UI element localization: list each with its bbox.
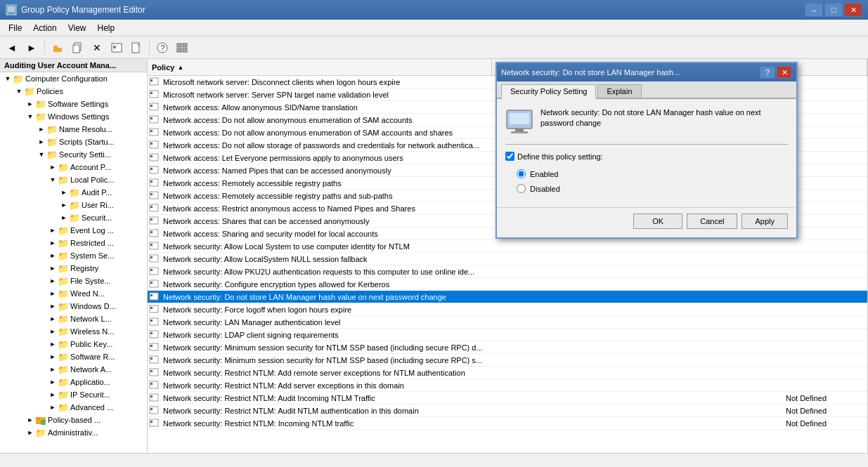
tree-node-restricted[interactable]: ► 📁 Restricted ... [0,237,147,249]
toolbar-help[interactable]: ? [153,39,171,56]
policy-row[interactable]: Network security: Restrict NTLM: Audit N… [148,404,867,417]
toolbar-forward[interactable]: ► [22,39,41,56]
policy-row[interactable]: Network security: Allow Local System to … [148,240,867,253]
dialog-apply-button[interactable]: Apply [741,213,788,229]
tree-node-event-log[interactable]: ► 📁 Event Log ... [0,224,147,237]
tree-node-policies[interactable]: ▼ 📁 Policies [0,85,147,98]
tree-node-security-settings[interactable]: ▼ 📁 Security Setti... [0,148,147,161]
dialog-help-button[interactable]: ? [760,66,775,79]
expand-toggle[interactable]: ▼ [25,112,35,121]
tree-node-name-resolution[interactable]: ► 📁 Name Resolu... [0,123,147,136]
menu-help[interactable]: Help [92,22,121,34]
enabled-radio[interactable] [517,169,526,178]
toolbar-up[interactable] [48,39,67,56]
expand-toggle[interactable]: ► [48,276,58,286]
expand-toggle[interactable]: ▼ [48,175,58,185]
tree-node-registry[interactable]: ► 📁 Registry [0,262,147,275]
expand-toggle[interactable]: ► [37,137,46,147]
policy-row[interactable]: Network security: LAN Manager authentica… [148,316,867,329]
expand-toggle[interactable]: ► [48,289,58,298]
toolbar-view[interactable] [173,39,191,56]
enabled-label[interactable]: Enabled [530,170,558,178]
expand-toggle[interactable]: ► [48,301,58,311]
expand-toggle[interactable]: ► [48,314,58,324]
policy-row[interactable]: Network security: Restrict NTLM: Incomin… [148,417,867,430]
tree-node-wireless[interactable]: ► 📁 Wireless N... [0,325,147,338]
policy-row[interactable]: Network security: Allow PKU2U authentica… [148,265,867,278]
expand-toggle[interactable]: ► [37,124,46,134]
tree-node-system-se[interactable]: ► 📁 System Se... [0,249,147,262]
expand-toggle[interactable]: ► [25,99,35,109]
dialog-tab-security-policy[interactable]: Security Policy Setting [501,84,596,99]
expand-toggle[interactable]: ► [48,352,58,362]
toolbar-copy[interactable] [68,39,86,56]
expand-toggle[interactable]: ► [59,200,69,210]
dialog-ok-button[interactable]: OK [633,213,682,229]
tree-node-advanced[interactable]: ► 📁 Advanced ... [0,401,147,414]
tree-node-account-p[interactable]: ► 📁 Account P... [0,161,147,173]
define-policy-checkbox[interactable] [505,152,514,161]
tree-node-user-ri[interactable]: ► 📁 User Ri... [0,199,147,211]
tree-node-software-settings[interactable]: ► 📁 Software Settings [0,98,147,110]
tree-node-application[interactable]: ► 📁 Applicatio... [0,376,147,388]
menu-action[interactable]: Action [27,22,62,34]
disabled-label[interactable]: Disabled [530,185,560,193]
expand-toggle[interactable]: ► [48,327,58,336]
expand-toggle[interactable]: ► [48,364,58,374]
tree-node-wired[interactable]: ► 📁 Wired N... [0,287,147,300]
policy-row[interactable]: Network security: Restrict NTLM: Add ser… [148,379,867,392]
expand-toggle[interactable]: ► [48,377,58,387]
toolbar-back[interactable]: ◄ [3,39,21,56]
dialog-tab-explain[interactable]: Explain [597,84,641,98]
policy-row[interactable]: Network security: Force logoff when logo… [148,303,867,316]
tree-node-software-r[interactable]: ► 📁 Software R... [0,350,147,363]
tree-node-network-a[interactable]: ► 📁 Network A... [0,363,147,376]
menu-view[interactable]: View [63,22,92,34]
tree-node-security-i[interactable]: ► 📁 Securit... [0,211,147,224]
expand-toggle[interactable]: ▼ [37,150,46,159]
menu-file[interactable]: File [3,22,27,34]
expand-toggle[interactable]: ► [48,390,58,400]
define-policy-label[interactable]: Define this policy setting: [517,152,603,161]
expand-toggle[interactable]: ► [25,415,35,425]
policy-row[interactable]: Network security: Restrict NTLM: Add rem… [148,367,867,379]
disabled-radio[interactable] [517,184,526,193]
expand-toggle[interactable]: ► [48,251,58,261]
tree-node-public-key[interactable]: ► 📁 Public Key... [0,338,147,350]
expand-toggle[interactable]: ► [25,428,35,438]
policy-row[interactable]: Network security: Minimum session securi… [148,341,867,354]
expand-toggle[interactable]: ► [59,188,69,197]
minimize-button[interactable]: – [805,3,823,17]
expand-toggle[interactable]: ► [48,402,58,412]
tree-node-network-l[interactable]: ► 📁 Network L... [0,313,147,325]
tree-node-audit-p[interactable]: ► 📁 Audit P... [0,186,147,199]
tree-node-computer-config[interactable]: ▼ 📁 Computer Configuration [0,72,147,85]
tree-node-admin-temp[interactable]: ► 📁 Administrativ... [0,426,147,439]
dialog-cancel-button[interactable]: Cancel [687,213,737,229]
dialog-close-button[interactable]: ✕ [777,66,792,79]
expand-toggle[interactable]: ► [48,339,58,349]
expand-toggle[interactable]: ► [48,225,58,235]
expand-toggle[interactable]: ▼ [14,86,24,96]
expand-toggle[interactable]: ▼ [3,74,13,84]
tree-node-ip-security[interactable]: ► 📁 IP Securit... [0,388,147,401]
toolbar-new[interactable] [127,39,145,56]
policy-row[interactable]: Network security: Restrict NTLM: Audit I… [148,392,867,404]
tree-node-windows-settings[interactable]: ▼ 📁 Windows Settings [0,110,147,123]
policy-row[interactable]: Network security: Configure encryption t… [148,278,867,291]
toolbar-properties[interactable] [108,39,126,56]
expand-toggle[interactable]: ► [48,162,58,172]
expand-toggle[interactable]: ► [48,263,58,273]
maximize-button[interactable]: □ [824,3,843,17]
expand-toggle[interactable]: ► [48,238,58,248]
tree-node-file-system[interactable]: ► 📁 File Syste... [0,275,147,287]
tree-node-policy-based[interactable]: ► ↑↓ Policy-based ... [0,414,147,426]
policy-row[interactable]: Network security: LDAP client signing re… [148,329,867,341]
tree-node-scripts[interactable]: ► 📁 Scripts (Startu... [0,136,147,148]
policy-col-header-policy[interactable]: Policy ▲ [148,59,492,75]
policy-row[interactable]: Network security: Minimum session securi… [148,354,867,367]
policy-row[interactable]: Network security: Allow LocalSystem NULL… [148,253,867,265]
close-button[interactable]: ✕ [844,3,862,17]
tree-node-windows-d[interactable]: ► 📁 Windows D... [0,300,147,313]
expand-toggle[interactable]: ► [59,213,69,223]
